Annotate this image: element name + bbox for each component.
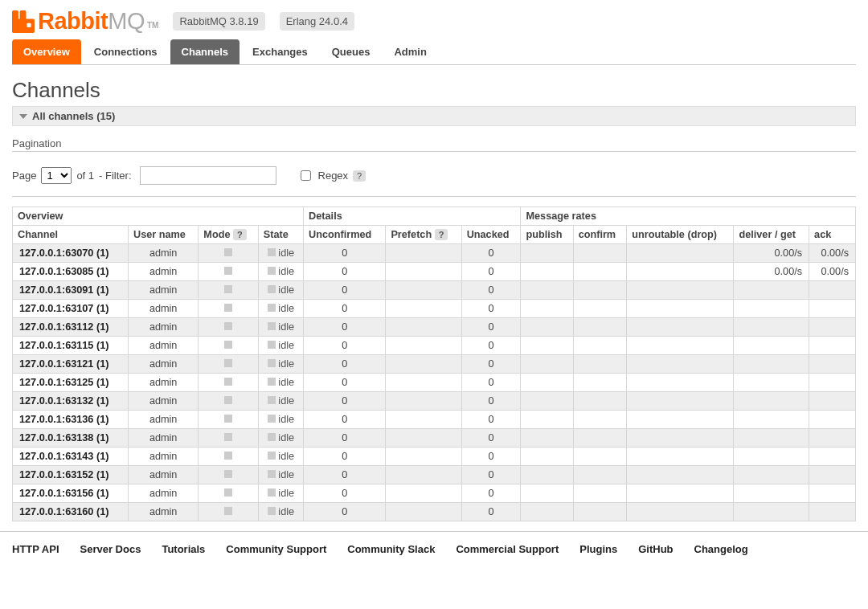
cell-prefetch: [386, 244, 461, 263]
svg-rect-2: [12, 18, 35, 33]
table-row: 127.0.0.1:63156 (1)admin idle00: [13, 484, 856, 503]
cell-publish: [521, 503, 573, 521]
tab-channels[interactable]: Channels: [170, 39, 240, 64]
cell-unconfirmed: 0: [304, 503, 386, 521]
mode-indicator-icon: [224, 378, 232, 386]
cell-unroutable: [627, 355, 734, 374]
filter-input[interactable]: [140, 166, 276, 185]
cell-mode: [199, 374, 258, 392]
cell-unroutable: [627, 244, 734, 263]
col-mode[interactable]: Mode ?: [199, 226, 258, 244]
cell-publish: [521, 392, 573, 411]
channel-link[interactable]: 127.0.0.1:63121 (1): [19, 358, 108, 370]
state-indicator-icon: [268, 322, 276, 330]
footer-link-http-api[interactable]: HTTP API: [12, 543, 59, 555]
cell-unconfirmed: 0: [304, 466, 386, 484]
col-user[interactable]: User name: [129, 226, 199, 244]
col-ack[interactable]: ack: [809, 226, 856, 244]
footer-link-server-docs[interactable]: Server Docs: [80, 543, 141, 555]
logo[interactable]: Rabbit MQ TM: [12, 8, 158, 35]
cell-unconfirmed: 0: [304, 318, 386, 337]
footer-link-community-support[interactable]: Community Support: [226, 543, 326, 555]
mode-indicator-icon: [224, 396, 232, 404]
cell-unacked: 0: [461, 484, 521, 503]
page-select[interactable]: 1: [41, 167, 72, 184]
cell-deliver: [734, 355, 809, 374]
footer-link-commercial-support[interactable]: Commercial Support: [456, 543, 559, 555]
cell-state: idle: [258, 244, 303, 263]
channel-link[interactable]: 127.0.0.1:63138 (1): [19, 432, 108, 443]
cell-publish: [521, 337, 573, 355]
cell-unconfirmed: 0: [304, 244, 386, 263]
cell-prefetch: [386, 466, 461, 484]
cell-confirm: [573, 503, 627, 521]
tabs: Overview Connections Channels Exchanges …: [12, 39, 856, 65]
channel-link[interactable]: 127.0.0.1:63152 (1): [19, 469, 108, 480]
col-unconfirmed[interactable]: Unconfirmed: [304, 226, 386, 244]
cell-ack: [809, 300, 856, 318]
cell-unacked: 0: [461, 448, 521, 466]
col-state[interactable]: State: [258, 226, 303, 244]
col-unacked[interactable]: Unacked: [461, 226, 521, 244]
footer-link-changelog[interactable]: Changelog: [694, 543, 748, 555]
cell-unconfirmed: 0: [304, 263, 386, 281]
footer-link-plugins[interactable]: Plugins: [579, 543, 617, 555]
col-confirm[interactable]: confirm: [573, 226, 627, 244]
tab-admin[interactable]: Admin: [383, 39, 437, 64]
cell-unroutable: [627, 374, 734, 392]
footer-link-github[interactable]: GitHub: [638, 543, 673, 555]
section-all-channels-toggle[interactable]: All channels (15): [12, 106, 856, 126]
regex-help-icon[interactable]: ?: [353, 170, 366, 182]
tab-exchanges[interactable]: Exchanges: [241, 39, 319, 64]
channel-link[interactable]: 127.0.0.1:63156 (1): [19, 488, 108, 499]
cell-user: admin: [129, 355, 199, 374]
cell-mode: [199, 337, 258, 355]
table-row: 127.0.0.1:63152 (1)admin idle00: [13, 466, 856, 484]
channel-link[interactable]: 127.0.0.1:63107 (1): [19, 303, 108, 314]
col-deliver[interactable]: deliver / get: [734, 226, 809, 244]
channel-link[interactable]: 127.0.0.1:63085 (1): [19, 266, 108, 277]
cell-unacked: 0: [461, 337, 521, 355]
channel-link[interactable]: 127.0.0.1:63143 (1): [19, 451, 108, 462]
cell-mode: [199, 466, 258, 484]
cell-unroutable: [627, 337, 734, 355]
tab-connections[interactable]: Connections: [83, 39, 169, 64]
cell-confirm: [573, 300, 627, 318]
logo-text-rabbit: Rabbit: [38, 8, 108, 35]
tab-overview[interactable]: Overview: [12, 39, 81, 64]
cell-confirm: [573, 429, 627, 448]
col-publish[interactable]: publish: [521, 226, 573, 244]
tab-queues[interactable]: Queues: [321, 39, 382, 64]
channel-link[interactable]: 127.0.0.1:63125 (1): [19, 377, 108, 388]
channel-link[interactable]: 127.0.0.1:63160 (1): [19, 506, 108, 517]
cell-confirm: [573, 484, 627, 503]
channel-link[interactable]: 127.0.0.1:63136 (1): [19, 414, 108, 425]
channel-link[interactable]: 127.0.0.1:63070 (1): [19, 247, 108, 259]
state-indicator-icon: [268, 470, 276, 478]
prefetch-help-icon[interactable]: ?: [435, 229, 448, 240]
cell-user: admin: [129, 318, 199, 337]
cell-confirm: [573, 411, 627, 429]
table-row: 127.0.0.1:63115 (1)admin idle00: [13, 337, 856, 355]
cell-prefetch: [386, 503, 461, 521]
col-channel[interactable]: Channel: [13, 226, 129, 244]
cell-state: idle: [258, 281, 303, 300]
channel-link[interactable]: 127.0.0.1:63132 (1): [19, 395, 108, 407]
channel-link[interactable]: 127.0.0.1:63115 (1): [19, 340, 108, 351]
mode-indicator-icon: [224, 488, 232, 497]
cell-prefetch: [386, 411, 461, 429]
cell-publish: [521, 318, 573, 337]
cell-unacked: 0: [461, 244, 521, 263]
cell-confirm: [573, 466, 627, 484]
channel-link[interactable]: 127.0.0.1:63112 (1): [19, 321, 108, 333]
footer-link-tutorials[interactable]: Tutorials: [162, 543, 205, 555]
regex-checkbox[interactable]: [301, 170, 311, 181]
footer-link-community-slack[interactable]: Community Slack: [347, 543, 435, 555]
state-indicator-icon: [268, 248, 276, 256]
channel-link[interactable]: 127.0.0.1:63091 (1): [19, 284, 108, 296]
col-unroutable[interactable]: unroutable (drop): [627, 226, 734, 244]
cell-mode: [199, 263, 258, 281]
col-prefetch[interactable]: Prefetch ?: [386, 226, 461, 244]
mode-help-icon[interactable]: ?: [233, 229, 247, 240]
cell-state: idle: [258, 448, 303, 466]
